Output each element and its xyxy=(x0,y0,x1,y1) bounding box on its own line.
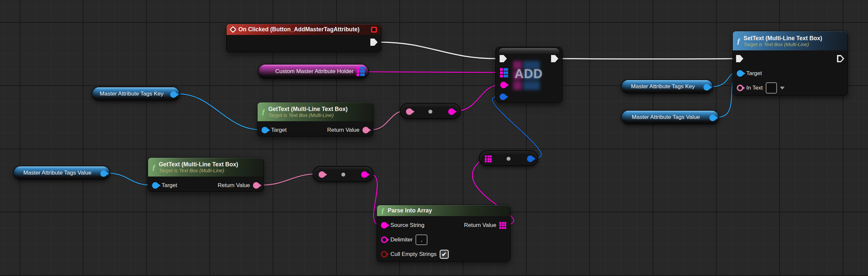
conversion-dot-icon xyxy=(428,110,432,114)
gettext-title: GetText (Multi-Line Text Box) xyxy=(159,161,238,168)
in-text-pin[interactable] xyxy=(737,84,743,91)
function-icon: ƒ xyxy=(381,207,385,214)
variable-pill-master-attribute-tags-value-left[interactable]: Master Attribute Tags Value xyxy=(13,166,110,180)
conversion-dot-icon xyxy=(341,173,345,176)
return-value-pin[interactable] xyxy=(363,127,369,133)
function-icon: ƒ xyxy=(152,163,156,171)
in-text-label: In Text xyxy=(746,84,763,91)
node-map-add[interactable]: ADD xyxy=(495,47,563,103)
parse-header[interactable]: ƒ Parse Into Array xyxy=(377,205,510,216)
bound-event-icon xyxy=(371,27,377,33)
node-settext[interactable]: ƒ SetText (Multi-Line Text Box) Target i… xyxy=(733,31,848,96)
string-array-out-pin[interactable] xyxy=(499,222,506,229)
target-pin[interactable] xyxy=(737,70,743,77)
variable-pill-master-attribute-tags-key-left[interactable]: Master Attribute Tags Key xyxy=(92,87,180,101)
event-diamond-icon xyxy=(229,26,237,33)
conversion-node-text-to-string-1[interactable] xyxy=(400,103,461,119)
variable-pill-custom-master-attribute-holder[interactable]: Custom Master Attribute Holder xyxy=(258,64,369,79)
source-string-label: Source String xyxy=(391,222,425,229)
cull-empty-strings-label: Cull Empty Strings xyxy=(391,251,437,257)
wire-exec-add-to-settext xyxy=(559,59,737,59)
gettext-title: GetText (Multi-Line Text Box) xyxy=(269,106,348,113)
return-value-label: Return Value xyxy=(218,182,250,189)
wire-keyleft-to-gettext1-target xyxy=(178,94,260,130)
delimiter-pin[interactable] xyxy=(381,237,388,243)
parse-title: Parse Into Array xyxy=(388,207,432,214)
add-watermark-label: ADD xyxy=(514,67,543,81)
pill-label: Master Attribute Tags Value xyxy=(23,170,91,176)
value-out-pin[interactable] xyxy=(527,156,534,162)
on-clicked-title: On Clicked (Button_AddMasterTagAttribute… xyxy=(239,26,360,33)
exec-out-pin[interactable] xyxy=(551,55,558,62)
settext-subtitle: Target is Text Box (Multi-Line) xyxy=(744,41,823,47)
object-out-pin[interactable] xyxy=(709,115,716,121)
gettext-subtitle: Target is Text Box (Multi-Line) xyxy=(269,112,348,118)
target-pin[interactable] xyxy=(261,127,268,133)
pill-label: Master Attribute Tags Value xyxy=(632,114,700,120)
in-text-input[interactable] xyxy=(766,82,777,94)
exec-out-pin[interactable] xyxy=(370,38,378,46)
string-array-in-pin[interactable] xyxy=(485,156,492,162)
target-pin-label: Target xyxy=(271,127,287,133)
target-map-pin[interactable] xyxy=(500,68,508,77)
exec-in-pin[interactable] xyxy=(736,55,743,62)
delimiter-label: Delimiter xyxy=(391,237,412,243)
gettext-header[interactable]: ƒ GetText (Multi-Line Text Box) Target i… xyxy=(257,102,373,121)
function-icon: ƒ xyxy=(261,108,266,115)
pill-label: Master Attribute Tags Key xyxy=(631,83,694,90)
settext-header[interactable]: ƒ SetText (Multi-Line Text Box) Target i… xyxy=(733,31,847,50)
conversion-node-array-to-value[interactable] xyxy=(479,150,538,166)
gettext-subtitle: Target is Text Box (Multi-Line) xyxy=(159,168,238,173)
node-on-clicked-event[interactable]: On Clicked (Button_AddMasterTagAttribute… xyxy=(226,24,381,52)
cull-empty-strings-checkbox[interactable]: ✔ xyxy=(440,250,449,259)
settext-title: SetText (Multi-Line Text Box) xyxy=(744,35,823,42)
add-node-header[interactable] xyxy=(498,48,560,54)
map-pin-icon[interactable] xyxy=(356,67,365,76)
variable-pill-master-attribute-tags-key-right[interactable]: Master Attribute Tags Key xyxy=(621,79,713,94)
variable-pill-master-attribute-tags-value-right[interactable]: Master Attribute Tags Value xyxy=(621,110,719,125)
wire-valueleft-to-gettext2-target xyxy=(105,173,151,185)
wire-exec-onclicked-to-add xyxy=(379,42,496,59)
string-out-pin[interactable] xyxy=(361,171,368,178)
conversion-dot-icon xyxy=(506,157,510,161)
text-in-pin[interactable] xyxy=(406,108,412,115)
pill-label: Custom Master Attribute Holder xyxy=(275,68,353,75)
gettext-header[interactable]: ƒ GetText (Multi-Line Text Box) Target i… xyxy=(148,158,264,176)
target-pin[interactable] xyxy=(152,182,159,189)
pill-label: Master Attribute Tags Key xyxy=(100,91,163,97)
wire-conv1-to-add-key xyxy=(457,85,499,111)
return-value-label: Return Value xyxy=(327,127,360,133)
object-out-pin[interactable] xyxy=(704,84,710,91)
wire-conv3-to-add-value xyxy=(492,97,541,158)
source-string-pin[interactable] xyxy=(381,222,388,229)
chevron-down-icon[interactable] xyxy=(780,87,784,90)
blueprint-graph-canvas[interactable]: On Clicked (Button_AddMasterTagAttribute… xyxy=(0,0,868,276)
node-gettext-1[interactable]: ƒ GetText (Multi-Line Text Box) Target i… xyxy=(257,102,373,136)
wire-gettext2-return-to-conv2 xyxy=(261,174,317,185)
delimiter-input[interactable]: , xyxy=(415,235,427,245)
target-pin-label: Target xyxy=(162,182,177,189)
return-value-pin[interactable] xyxy=(253,182,259,189)
exec-out-pin[interactable] xyxy=(837,55,844,62)
text-in-pin[interactable] xyxy=(318,171,325,178)
node-parse-into-array[interactable]: ƒ Parse Into Array Source String Return … xyxy=(377,205,510,262)
target-pin-label: Target xyxy=(746,70,762,77)
cull-empty-strings-pin[interactable] xyxy=(381,251,388,257)
object-out-pin[interactable] xyxy=(170,91,177,98)
conversion-node-text-to-string-2[interactable] xyxy=(313,166,374,182)
key-pin[interactable] xyxy=(500,82,507,88)
wire-holder-to-add-map xyxy=(366,72,497,72)
exec-in-pin[interactable] xyxy=(500,55,507,62)
return-value-label: Return Value xyxy=(464,222,496,229)
wire-gettext1-return-to-conv1 xyxy=(371,111,405,130)
function-icon: ƒ xyxy=(737,37,741,45)
object-out-pin[interactable] xyxy=(100,170,107,177)
on-clicked-header[interactable]: On Clicked (Button_AddMasterTagAttribute… xyxy=(226,24,381,35)
node-gettext-2[interactable]: ƒ GetText (Multi-Line Text Box) Target i… xyxy=(148,158,264,192)
string-out-pin[interactable] xyxy=(448,108,455,115)
value-pin[interactable] xyxy=(500,94,506,100)
